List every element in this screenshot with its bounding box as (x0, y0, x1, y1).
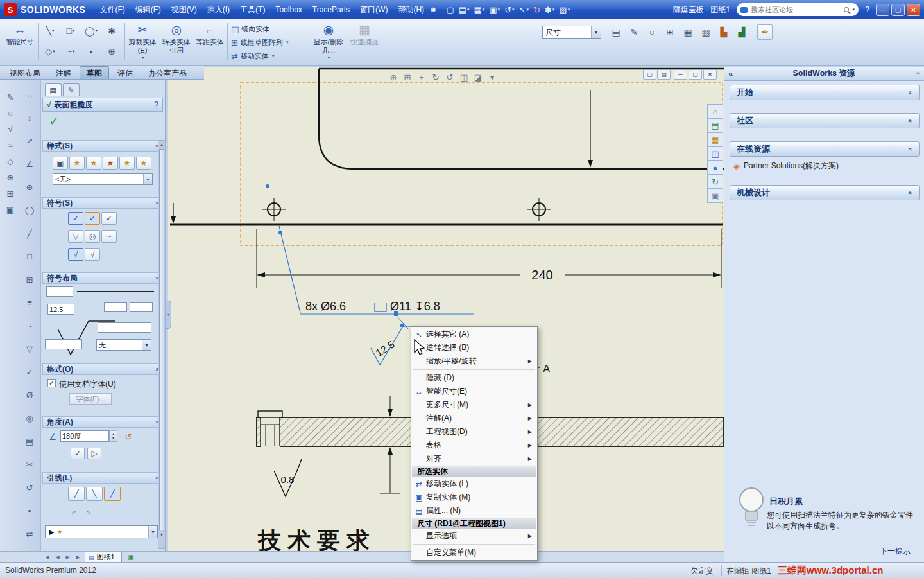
search-input[interactable]: 搜索社区论坛 (751, 5, 841, 15)
zoom-fit-icon[interactable]: ⊞ (400, 71, 415, 83)
spin-down-icon[interactable]: ▼ (112, 436, 115, 440)
style-section-header[interactable]: 样式(S)« (42, 140, 163, 152)
sheet-tab[interactable]: ▤ 图纸1 (85, 552, 122, 562)
previous-sheet-icon[interactable]: ◀ (53, 552, 62, 562)
surface-finish-icon[interactable]: √ (3, 122, 18, 136)
open-icon[interactable]: ▤▾ (458, 4, 471, 15)
fastener-head-section[interactable] (258, 411, 282, 417)
angle-ok-button[interactable]: ✓ (71, 448, 85, 459)
pane-pin-icon[interactable]: ✧ (915, 69, 921, 78)
hole-callout-cbore-text[interactable]: Ø11 ↧6.8 (390, 300, 440, 313)
local-symbol-button[interactable]: √ (68, 248, 83, 261)
sketch-point[interactable] (266, 184, 270, 188)
menu-item-zoom-pan-rotate[interactable]: 缩放/平移/旋转▶ (412, 355, 536, 368)
menu-item-drawing-views[interactable]: 工程视图(D)▶ (412, 425, 536, 439)
horizontal-dimension-icon[interactable]: ↔ (22, 87, 37, 101)
quick-snaps-button[interactable]: ▦ 快速捕捉 (349, 22, 380, 63)
symbol-section-header[interactable]: 符号(S)« (42, 197, 163, 209)
line-tool-icon[interactable]: ╲▾ (42, 23, 58, 39)
menu-item-invert-selection[interactable]: 逆转选择 (B) (412, 341, 536, 355)
menu-view[interactable]: 视图(V) (166, 0, 202, 19)
undo-icon[interactable]: ↺ (22, 480, 37, 495)
section-community[interactable]: 社区« (730, 113, 920, 128)
menu-item-align[interactable]: 对齐▶ (412, 452, 536, 466)
scrollbar-thumb[interactable] (159, 149, 164, 530)
format-section-header[interactable]: 格式(O)« (42, 363, 163, 375)
style-dropdown[interactable]: <无> ▼ (53, 173, 153, 185)
next-tip-link[interactable]: 下一提示 (724, 546, 911, 557)
datum-feature-icon[interactable]: ◇ (3, 154, 18, 168)
selection-handle[interactable] (400, 324, 404, 327)
ok-button[interactable]: ✓ (46, 114, 62, 128)
doc-window-icon-b[interactable]: ▤ (657, 69, 671, 80)
tab-sketch[interactable]: 草图 (80, 66, 109, 79)
section-getting-started[interactable]: 开始« (730, 85, 920, 100)
save-icon[interactable]: ▦▾ (473, 4, 486, 15)
note-tool-icon[interactable]: ✎ (626, 24, 642, 40)
spline-tool-icon[interactable]: ~▾ (63, 44, 78, 59)
select-icon[interactable]: ↖▾ (518, 4, 530, 15)
menu-file[interactable]: 文件(F) (94, 0, 130, 19)
panel-scrollbar[interactable]: ▲ ▼ (158, 140, 166, 549)
trim-icon[interactable]: ✂ (22, 457, 37, 471)
point-icon[interactable]: ▪ (22, 504, 37, 518)
menu-item-display-options[interactable]: 显示选项▶ (412, 529, 536, 543)
menu-item-properties[interactable]: ▤属性... (N) (412, 504, 536, 518)
favorite-edit-icon[interactable]: ★ (69, 157, 85, 170)
previous-view-icon[interactable]: ↺ (443, 71, 457, 83)
options-icon[interactable]: ✱▾ (543, 4, 556, 15)
doc-window-icon-a[interactable]: ▢ (643, 69, 656, 80)
community-search-box[interactable]: 搜索社区论坛 ▾ (737, 3, 859, 16)
menu-item-smart-dimension[interactable]: ↔智能尺寸(E) (412, 385, 536, 398)
favorite-add-icon[interactable]: ★ (86, 157, 101, 170)
section-view-icon[interactable]: ◫ (457, 71, 471, 83)
menu-item-customize-menu[interactable]: 自定义菜单(M) (412, 546, 536, 559)
general-table-icon[interactable]: ⊞ (662, 24, 678, 40)
doc-minimize-button[interactable]: ─ (674, 69, 687, 80)
offset-entities-button[interactable]: ⌐ 等距实体 (195, 22, 225, 63)
geometric-tolerance-icon[interactable]: ⊕ (22, 180, 37, 194)
print-icon[interactable]: ▣▾ (488, 4, 501, 15)
hole-callout-leader[interactable] (279, 226, 474, 330)
tab-view-layout[interactable]: 视图布局 (3, 66, 47, 79)
centerline-icon[interactable]: ╱ (22, 226, 37, 240)
menu-tools[interactable]: 工具(T) (235, 0, 270, 19)
panel-help-icon[interactable]: ? (154, 100, 158, 109)
view-settings-icon[interactable]: ▾ (485, 71, 499, 83)
block-icon[interactable]: ▣ (3, 202, 18, 216)
menu-item-hide[interactable]: 隐藏 (D) (412, 371, 536, 385)
centerpoint-arc-icon[interactable]: ⊕ (104, 44, 119, 59)
symbol-layout-section-header[interactable]: 符号布局« (42, 272, 163, 284)
bent-leader-button[interactable]: ╱ (104, 487, 121, 501)
angle-dimension-icon[interactable]: ∠ (22, 157, 37, 171)
undo-icon[interactable]: ↺▾ (503, 4, 515, 15)
section-machine-design[interactable]: 机械设计« (730, 185, 920, 200)
balloon-tool-icon[interactable]: ○ (644, 24, 660, 40)
rotate-view-icon[interactable]: ↻ (429, 71, 443, 83)
angle-flip-button[interactable]: ▷ (87, 448, 101, 459)
document-font-checkbox[interactable]: ✓ (47, 379, 56, 387)
maximize-button[interactable]: ▢ (891, 4, 905, 16)
favorite-load-icon[interactable]: ★ (136, 157, 151, 170)
technical-requirements-text[interactable]: 技术要求 (257, 527, 376, 551)
no-leader-button[interactable]: ╱ (68, 487, 85, 501)
layout-field-max[interactable] (46, 286, 73, 297)
point-tool-icon[interactable]: ▪ (83, 44, 99, 59)
angle-section-header[interactable]: 角度(A)« (42, 416, 163, 428)
trim-entities-button[interactable]: ✂ 剪裁实体(E) ▾ (127, 22, 158, 63)
layout-style-dropdown[interactable]: 无 ▼ (96, 339, 151, 351)
doc-restore-button[interactable]: ▢ (689, 69, 702, 80)
refresh-icon[interactable]: ↻ (707, 175, 723, 189)
angle-value-field[interactable] (60, 430, 109, 442)
menu-item-move-entity[interactable]: ⇄移动实体 (L) (412, 477, 536, 491)
balloon-icon[interactable]: ○ (3, 106, 18, 120)
leader-down-icon[interactable]: ↖ (82, 507, 95, 518)
circle-tool-icon[interactable]: ◯▾ (83, 23, 99, 39)
next-sheet-icon[interactable]: ▶ (63, 552, 73, 562)
move-entities-button[interactable]: ⇄ 移动实体 ▾ (231, 49, 274, 62)
datum-target-icon[interactable]: ▽ (22, 342, 37, 356)
display-style-icon[interactable]: ◪ (471, 71, 485, 83)
tab-evaluate[interactable]: 评估 (110, 66, 140, 79)
close-button[interactable]: ✕ (907, 4, 920, 16)
menu-item-select-other[interactable]: ↖选择其它 (A) (412, 328, 536, 341)
